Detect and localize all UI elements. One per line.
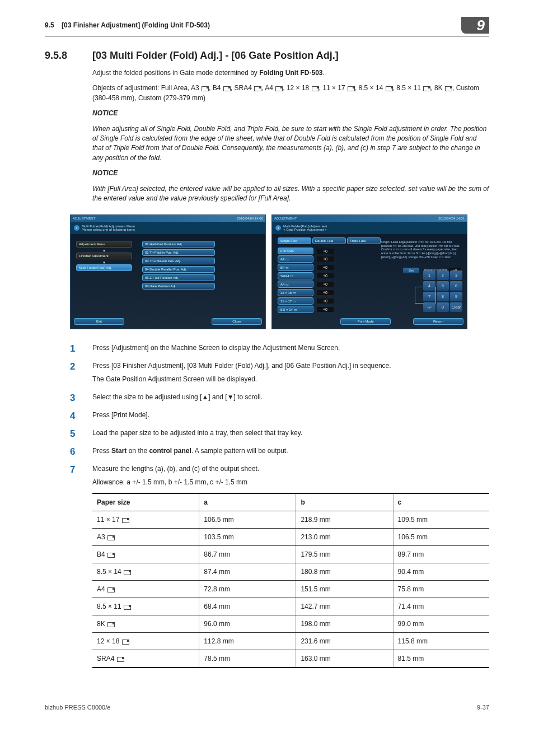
table-row: A3 103.5 mm213.0 mm106.5 mm (92, 529, 489, 546)
section-number: 9.5.8 (45, 50, 92, 62)
section-heading: 9.5.8 [03 Multi Folder (Fold) Adj.] - [0… (45, 50, 489, 62)
tab-single-fold[interactable]: Single Fold (278, 237, 311, 244)
menu-item[interactable]: 01 Half-Fold Position Adj. (142, 241, 215, 248)
set-button[interactable]: Set (403, 268, 419, 273)
notice-body: When adjusting all of Single Fold, Doubl… (92, 124, 489, 164)
step-7: Measure the lengths (a), (b), and (c) of… (70, 464, 489, 668)
paper-icon (254, 86, 261, 91)
footer-right: 9-37 (477, 704, 489, 711)
return-button[interactable]: Return (413, 318, 463, 325)
step-5: Load the paper size to be adjusted into … (70, 428, 489, 438)
nav-finisher-adj[interactable]: Finisher Adjustment (76, 253, 132, 259)
paper-icon (275, 86, 283, 91)
paper-icon (386, 86, 393, 91)
intro-p2: Objects of adjustment: Full Area, A3 , B… (92, 83, 489, 103)
screenshot-menu: ADJUSTMENT 2010/04/04 14:00 i Multi Fold… (70, 214, 266, 329)
key[interactable]: 3 (450, 270, 462, 280)
size-button[interactable]: SRA4 ▭ (278, 272, 313, 279)
paper-icon (202, 86, 209, 91)
key[interactable]: 6 (450, 281, 462, 291)
close-button[interactable]: Close (212, 318, 262, 325)
paper-icon (445, 86, 452, 91)
step-3: Select the size to be adjusted using [▲]… (70, 392, 489, 402)
table-row: 8.5 × 14 87.4 mm180.8 mm90.4 mm (92, 563, 489, 581)
info-icon: i (74, 225, 79, 231)
screenshot-gate-adj: ADJUSTMENT 2010/04/04 14:01 i Multi Fold… (271, 214, 467, 329)
menu-item[interactable]: 05 Z-Fold Position Adj. (142, 274, 215, 281)
key[interactable]: +/- (423, 302, 435, 312)
footer-left: bizhub PRESS C8000/e (45, 704, 110, 711)
table-row: 12 × 18 112.8 mm231.6 mm115.8 mm (92, 633, 489, 650)
menu-item[interactable]: 04 Double Parallel Pos. Adj. (142, 266, 215, 273)
step-1: Press [Adjustment] on the Machine Screen… (70, 343, 489, 353)
col-c: c (393, 493, 489, 511)
notice-body: With [Full Area] selected, the entered v… (92, 184, 489, 204)
info-icon: i (275, 225, 281, 231)
key[interactable]: 7 (423, 292, 435, 301)
step-6: Press Start on the control panel. A samp… (70, 446, 489, 456)
help-text: Origin: Lead edge position <m> for 1st F… (381, 240, 462, 259)
tab-double-fold[interactable]: Double Fold (312, 237, 346, 244)
col-b: b (296, 493, 393, 511)
size-button[interactable]: 11 × 17 ▭ (278, 297, 313, 305)
menu-item[interactable]: 03 Tri-Fold-out Pos. Adj. (142, 258, 215, 264)
table-row: SRA4 78.5 mm163.0 mm81.5 mm (92, 650, 489, 668)
exit-button[interactable]: Exit (74, 318, 124, 325)
page-header: 9.5 [03 Finisher Adjustment] (Folding Un… (45, 17, 489, 36)
size-button[interactable]: B4 ▭ (278, 264, 313, 271)
key[interactable]: Clear (450, 302, 462, 312)
col-paper-size: Paper size (92, 493, 199, 511)
key[interactable]: 2 (437, 270, 449, 280)
paper-icon (223, 86, 231, 91)
key[interactable]: 1 (423, 270, 435, 280)
paper-icon (312, 86, 319, 91)
table-row: 8K 96.0 mm198.0 mm99.0 mm (92, 615, 489, 633)
size-button[interactable]: Full Area (278, 248, 313, 254)
key[interactable]: 4 (423, 281, 435, 291)
paper-icon (348, 86, 355, 91)
key[interactable]: 0 (437, 302, 449, 312)
size-button[interactable]: 12 × 18 ▭ (278, 289, 313, 296)
key[interactable]: 8 (437, 292, 449, 301)
table-row: B4 86.7 mm179.5 mm89.7 mm (92, 546, 489, 563)
section-title-text: [03 Multi Folder (Fold) Adj.] - [06 Gate… (92, 50, 339, 62)
paper-icon (423, 86, 430, 91)
table-row: 11 × 17 106.5 mm218.9 mm109.5 mm (92, 511, 489, 529)
key[interactable]: 5 (437, 281, 449, 291)
menu-item[interactable]: 02 Tri-Fold-in Pos. Adj. (142, 249, 215, 256)
chapter-badge: 9 (461, 17, 489, 34)
measurement-table: Paper size a b c 11 × 17 106.5 mm218.9 m… (92, 493, 489, 668)
tab-triple-fold[interactable]: Triple Fold (347, 237, 381, 244)
intro-p1: Adjust the folded positions in Gate mode… (92, 68, 489, 78)
menu-item[interactable]: 06 Gate Position Adj. (142, 283, 215, 290)
step-4: Press [Print Mode]. (70, 410, 489, 420)
key[interactable]: 9 (450, 292, 462, 301)
size-button[interactable]: 8.5 × 14 ▭ (278, 306, 313, 313)
step-2: Press [03 Finisher Adjustment], [03 Mult… (70, 361, 489, 384)
notice-heading: NOTICE (92, 109, 489, 118)
header-section-num: 9.5 (45, 21, 54, 29)
nav-multi-folder[interactable]: Multi Folder(Fold) Adj. (76, 264, 132, 271)
print-mode-button[interactable]: Print Mode (340, 318, 391, 325)
size-button[interactable]: A3 ▭ (278, 255, 313, 263)
table-row: 8.5 × 11 68.4 mm142.7 mm71.4 mm (92, 598, 489, 615)
notice-heading: NOTICE (92, 169, 489, 178)
nav-adjustment-menu[interactable]: Adjustment Menu (76, 241, 132, 248)
page-footer: bizhub PRESS C8000/e 9-37 (45, 702, 489, 711)
table-row: A4 72.8 mm151.5 mm75.8 mm (92, 581, 489, 598)
col-a: a (199, 493, 296, 511)
size-button[interactable]: A4 ▭ (278, 281, 313, 288)
header-section-title: [03 Finisher Adjustment] (Folding Unit F… (62, 21, 210, 29)
keypad: 1 2 3 4 5 6 7 8 9 +/- 0 Clear (423, 270, 462, 312)
